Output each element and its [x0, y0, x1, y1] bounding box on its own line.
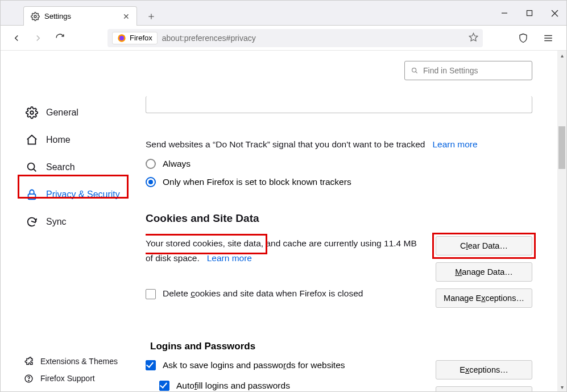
dnt-description: Send websites a “Do Not Track” signal th…	[146, 138, 532, 151]
sidebar-item-sync[interactable]: Sync	[18, 208, 138, 236]
scroll-down-icon[interactable]: ▾	[557, 382, 566, 391]
site-identity-label: Firefox	[130, 34, 152, 42]
scroll-up-icon[interactable]: ▴	[557, 51, 566, 60]
sidebar-item-general[interactable]: General	[18, 99, 138, 126]
search-icon	[411, 67, 419, 75]
home-icon	[26, 134, 38, 146]
firefox-icon	[117, 34, 126, 43]
url-bar[interactable]: Firefox about:preferences#privacy	[107, 29, 483, 47]
ask-save-logins-checkbox[interactable]: Ask to save logins and passwords for web…	[146, 360, 422, 370]
settings-main: Find in Settings Send websites a “Do Not…	[146, 51, 557, 391]
logins-section-title: Logins and Passwords	[150, 341, 532, 352]
settings-search-placeholder: Find in Settings	[423, 66, 478, 75]
dnt-radio-always[interactable]: Always	[146, 159, 532, 169]
search-icon	[26, 161, 38, 174]
window-close-button[interactable]	[546, 5, 563, 22]
svg-marker-9	[469, 33, 477, 40]
clear-data-button[interactable]: Clear Data…	[436, 236, 532, 255]
sidebar-bottom-label: Firefox Support	[40, 374, 95, 383]
checkbox-icon	[146, 360, 156, 370]
window-minimize-button[interactable]	[496, 5, 513, 22]
cookies-description: Your stored cookies, site data, and cach…	[146, 238, 417, 263]
forward-button[interactable]	[30, 30, 46, 46]
svg-point-13	[30, 111, 34, 114]
sync-icon	[26, 216, 38, 228]
svg-point-0	[34, 15, 36, 18]
svg-point-14	[28, 163, 35, 170]
sidebar-label: Search	[46, 162, 75, 172]
sidebar-bottom-label: Extensions & Themes	[40, 357, 118, 366]
lock-icon	[26, 188, 38, 201]
url-text: about:preferences#privacy	[162, 34, 256, 43]
site-identity[interactable]: Firefox	[112, 32, 158, 44]
puzzle-icon	[23, 356, 34, 366]
scrollbar-thumb[interactable]	[558, 126, 565, 169]
svg-point-18	[28, 380, 28, 381]
dnt-learn-more-link[interactable]: Learn more	[432, 139, 477, 149]
manage-exceptions-button[interactable]: Manage Exceptions…	[436, 288, 532, 308]
gear-icon	[31, 12, 40, 21]
radio-icon	[146, 159, 156, 169]
svg-line-20	[416, 72, 417, 73]
autofill-logins-checkbox[interactable]: Autofill logins and passwords	[159, 381, 422, 391]
delete-on-close-checkbox[interactable]: Delete cookies and site data when Firefo…	[146, 286, 422, 301]
radio-label: Always	[163, 159, 191, 169]
dnt-radio-only-blocking[interactable]: Only when Firefox is set to block known …	[146, 177, 532, 187]
checkbox-icon	[159, 381, 169, 391]
app-menu-icon[interactable]	[540, 30, 556, 46]
window-maximize-button[interactable]	[521, 5, 538, 22]
settings-sidebar: General Home Search Privacy & Security S…	[1, 51, 146, 391]
partial-previous-box	[146, 96, 532, 113]
reload-button[interactable]	[52, 30, 68, 46]
browser-tab[interactable]: Settings ✕	[23, 6, 137, 26]
sidebar-item-search[interactable]: Search	[18, 154, 138, 181]
pocket-icon[interactable]	[515, 30, 531, 46]
gear-icon	[26, 106, 38, 119]
sidebar-label: Privacy & Security	[46, 189, 120, 200]
cookies-learn-more-link[interactable]: Learn more	[207, 253, 252, 263]
sidebar-label: General	[46, 108, 78, 118]
checkbox-icon	[146, 289, 156, 299]
svg-point-19	[412, 68, 416, 72]
sidebar-firefox-support[interactable]: Firefox Support	[23, 373, 118, 383]
tab-bar: Settings ✕	[1, 1, 566, 26]
sidebar-item-home[interactable]: Home	[18, 126, 138, 154]
close-tab-icon[interactable]: ✕	[123, 12, 130, 21]
checkbox-label: Autofill logins and passwords	[176, 381, 290, 391]
back-button[interactable]	[9, 30, 24, 46]
sidebar-extensions-themes[interactable]: Extensions & Themes	[23, 356, 118, 366]
new-tab-button[interactable]	[143, 8, 160, 25]
logins-exceptions-button[interactable]: Exceptions…	[436, 360, 532, 379]
svg-rect-4	[527, 11, 532, 16]
settings-search-input[interactable]: Find in Settings	[404, 61, 532, 80]
help-icon	[23, 373, 34, 383]
navigation-toolbar: Firefox about:preferences#privacy	[1, 26, 566, 51]
manage-data-button[interactable]: Manage Data…	[436, 262, 532, 282]
sidebar-label: Home	[46, 135, 71, 145]
svg-rect-16	[28, 194, 36, 199]
cookies-section-title: Cookies and Site Data	[146, 212, 532, 225]
radio-label: Only when Firefox is set to block known …	[163, 177, 351, 187]
bookmark-star-icon[interactable]	[469, 32, 478, 44]
tab-title: Settings	[44, 12, 71, 20]
checkbox-label: Delete cookies and site data when Firefo…	[163, 286, 363, 301]
sidebar-item-privacy[interactable]: Privacy & Security	[18, 181, 138, 208]
svg-point-8	[119, 36, 124, 40]
vertical-scrollbar[interactable]: ▴ ▾	[557, 51, 566, 391]
sidebar-label: Sync	[46, 217, 67, 227]
saved-logins-button[interactable]: Saved Logins…	[436, 386, 532, 391]
radio-icon	[146, 177, 156, 187]
checkbox-label: Ask to save logins and passwords for web…	[163, 360, 345, 370]
svg-line-15	[34, 169, 36, 171]
